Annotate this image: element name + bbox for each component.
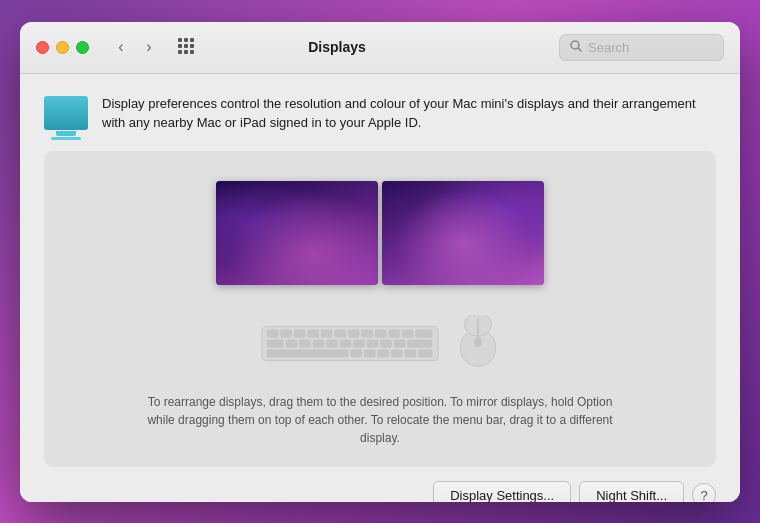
svg-rect-29 xyxy=(340,339,351,346)
peripherals-row xyxy=(260,315,500,373)
displays-area xyxy=(216,171,544,295)
svg-rect-35 xyxy=(267,349,348,356)
window-title: Displays xyxy=(127,39,547,55)
svg-line-10 xyxy=(579,48,582,51)
button-row: Display Settings... Night Shift... ? xyxy=(44,481,716,502)
content-area: Display preferences control the resoluti… xyxy=(20,74,740,502)
titlebar: ‹ › Displays xyxy=(20,22,740,74)
help-button[interactable]: ? xyxy=(692,483,716,502)
svg-rect-39 xyxy=(391,349,402,356)
info-description: Display preferences control the resoluti… xyxy=(102,94,716,133)
svg-rect-20 xyxy=(375,330,386,337)
display-settings-button[interactable]: Display Settings... xyxy=(433,481,571,502)
svg-rect-38 xyxy=(378,349,389,356)
svg-rect-30 xyxy=(354,339,365,346)
svg-point-9 xyxy=(571,41,579,49)
display-icon xyxy=(44,96,88,130)
mouse-icon xyxy=(456,315,500,373)
keyboard-icon xyxy=(260,319,440,369)
svg-rect-28 xyxy=(327,339,338,346)
svg-rect-27 xyxy=(313,339,324,346)
info-row: Display preferences control the resoluti… xyxy=(44,94,716,133)
svg-rect-26 xyxy=(300,339,311,346)
svg-rect-17 xyxy=(335,330,346,337)
rearrange-instructions: To rearrange displays, drag them to the … xyxy=(140,393,620,447)
svg-rect-37 xyxy=(364,349,375,356)
system-preferences-window: ‹ › Displays xyxy=(20,22,740,502)
minimize-button[interactable] xyxy=(56,41,69,54)
svg-rect-22 xyxy=(402,330,413,337)
svg-rect-14 xyxy=(294,330,305,337)
svg-rect-15 xyxy=(308,330,319,337)
search-bar[interactable] xyxy=(559,34,724,61)
svg-rect-12 xyxy=(267,330,278,337)
svg-rect-24 xyxy=(267,339,283,346)
monitor-right[interactable] xyxy=(382,181,544,285)
svg-rect-32 xyxy=(381,339,392,346)
monitor-left[interactable] xyxy=(216,181,378,285)
svg-rect-23 xyxy=(416,330,432,337)
svg-rect-16 xyxy=(321,330,332,337)
svg-rect-13 xyxy=(281,330,292,337)
svg-point-45 xyxy=(474,337,482,347)
search-input[interactable] xyxy=(588,40,713,55)
svg-rect-33 xyxy=(394,339,405,346)
night-shift-button[interactable]: Night Shift... xyxy=(579,481,684,502)
svg-rect-34 xyxy=(408,339,432,346)
svg-rect-18 xyxy=(348,330,359,337)
svg-rect-40 xyxy=(405,349,416,356)
display-panel: To rearrange displays, drag them to the … xyxy=(44,151,716,467)
monitor-left-display xyxy=(216,181,378,285)
svg-rect-31 xyxy=(367,339,378,346)
traffic-lights xyxy=(36,41,89,54)
svg-rect-21 xyxy=(389,330,400,337)
maximize-button[interactable] xyxy=(76,41,89,54)
svg-rect-36 xyxy=(351,349,362,356)
close-button[interactable] xyxy=(36,41,49,54)
monitor-right-display xyxy=(382,181,544,285)
svg-rect-41 xyxy=(418,349,432,356)
svg-rect-19 xyxy=(362,330,373,337)
svg-rect-25 xyxy=(286,339,297,346)
search-icon xyxy=(570,40,582,55)
